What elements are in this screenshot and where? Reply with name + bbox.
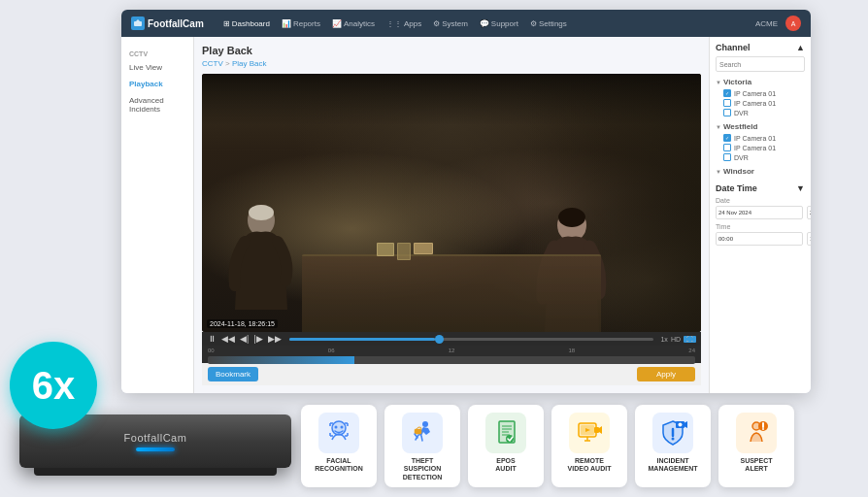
nav-system[interactable]: ⚙ System [433,19,468,28]
channel-item-dvr-v[interactable]: DVR [716,109,805,116]
suspect-alert-label: SUSPECT ALERT [740,457,772,474]
channel-item[interactable]: IP Camera 01 [716,99,805,107]
nav-apps[interactable]: ⋮⋮ Apps [386,19,421,28]
checkbox-w3[interactable] [723,153,731,161]
speed-label: 1x [660,336,667,343]
nav-analytics[interactable]: 📈 Analytics [332,19,375,28]
feature-card-theft-suspicion[interactable]: THEFT SUSPICION DETECTION [384,405,460,487]
svg-rect-33 [594,427,599,433]
sidebar-item-incidents[interactable]: Advanced Incidents [121,92,193,117]
channel-section-title: Channel ▲ [716,43,805,52]
incident-management-label: INCIDENT MANAGEMENT [649,457,698,474]
svg-point-43 [762,428,764,430]
logo-icon [131,17,145,30]
date-row [716,206,805,219]
timeline-mid3: 18 [568,348,575,353]
progress-dot [435,335,444,344]
reports-icon: 📊 [282,19,291,28]
feature-card-epos-audit[interactable]: EPOS AUDIT [468,405,544,487]
checkbox-v2[interactable] [723,99,731,107]
victoria-group-title[interactable]: Victoria [716,78,805,86]
page-title: Play Back [202,45,701,56]
channel-group-windsor: Windsor [716,167,805,176]
sidebar-item-live-view[interactable]: Live View [121,59,193,76]
date-section: Date Time ▼ Date Time [716,183,805,246]
svg-point-5 [558,208,585,227]
sidebar: CCTV Live View Playback Advanced Inciden… [121,37,194,393]
nav-support[interactable]: 💬 Support [480,19,518,28]
timeline-mid1: 06 [328,348,335,353]
windsor-group-title[interactable]: Windsor [716,167,805,176]
feature-card-facial-recognition[interactable]: FACIAL RECOGNITION [301,405,377,487]
breadcrumb: CCTV > Play Back [202,59,701,68]
apps-icon: ⋮⋮ [386,19,402,28]
fullscreen-btn[interactable]: ⛶ [684,336,696,343]
theft-icon [408,418,437,447]
time-to[interactable] [807,232,811,246]
timeline-end: 24 [688,348,695,353]
video-container: 2024-11-18, 18:26:15 [202,74,701,332]
timeline-bar[interactable]: 00 06 12 18 24 [202,346,701,363]
timeline-start: 00 [208,348,215,353]
svg-line-19 [421,436,422,441]
feature-card-incident-management[interactable]: INCIDENT MANAGEMENT [635,405,711,487]
svg-marker-34 [599,426,602,434]
channel-item[interactable]: ✓ IP Camera 01 [716,89,805,97]
sidebar-item-playback[interactable]: Playback [121,76,193,92]
date-from[interactable] [716,206,803,219]
checkbox-w1[interactable]: ✓ [723,134,731,142]
feature-card-suspect-alert[interactable]: SUSPECT ALERT [718,405,794,487]
progress-fill [289,338,435,341]
bookmark-btn[interactable]: Bookmark [208,367,258,381]
checkbox-w2[interactable] [723,144,731,151]
progress-bar[interactable] [289,338,654,341]
right-panel: Channel ▲ Victoria ✓ IP Camera 01 IP Cam… [709,37,811,393]
channel-item-dvr-w[interactable]: DVR [716,153,805,161]
video-icon [575,418,604,447]
time-row [716,232,805,246]
timeline-mid2: 12 [449,348,455,353]
time-from[interactable] [716,232,803,246]
channel-item[interactable]: ✓ IP Camera 01 [716,134,805,142]
alert-icon [742,418,771,447]
app-logo: FootfallCam [131,17,204,30]
datetime-section-title: Date Time ▼ [716,183,805,193]
step-fwd-btn[interactable]: |▶ [252,334,263,344]
feature-card-remote-video-audit[interactable]: REMOTE VIDEO AUDIT [551,405,627,487]
datetime-collapse-icon[interactable]: ▼ [796,183,805,193]
channel-group-victoria: Victoria ✓ IP Camera 01 IP Camera 01 DVR [716,78,805,116]
apply-btn[interactable]: Apply [637,367,695,381]
nav-reports[interactable]: 📊 Reports [282,19,320,28]
avatar: A [785,16,801,31]
epos-icon-bg [485,413,526,453]
channel-search[interactable] [716,56,805,72]
theft-icon-bg [402,413,443,453]
incident-icon-bg [652,413,693,453]
checkbox-v3[interactable] [723,109,731,116]
fast-fwd-btn[interactable]: ▶▶ [267,334,283,344]
person-1-figure [227,203,295,319]
app-body: CCTV Live View Playback Advanced Inciden… [121,37,811,393]
badge-6x: 6x [10,342,97,429]
nav-settings[interactable]: ⚙ Settings [530,19,567,28]
theft-suspicion-label: THEFT SUSPICION DETECTION [403,457,442,481]
play-pause-btn[interactable]: ⏸ [207,334,217,344]
westfield-group-title[interactable]: Westfield [716,122,805,131]
checkbox-v1[interactable]: ✓ [723,89,731,97]
nav-dashboard[interactable]: ⊞ Dashboard [223,19,270,28]
rewind-btn[interactable]: ◀◀ [220,334,236,344]
panel-collapse-icon[interactable]: ▲ [796,43,805,52]
analytics-icon: 📈 [332,19,342,28]
dashboard-icon: ⊞ [223,19,230,28]
hardware-label: FootfallCam [124,432,187,444]
facial-recognition-label: FACIAL RECOGNITION [315,457,362,474]
svg-point-36 [672,437,675,440]
channel-item[interactable]: IP Camera 01 [716,144,805,151]
settings-icon: ⚙ [530,19,537,28]
svg-point-8 [341,425,344,428]
svg-rect-0 [134,21,142,26]
hardware-inner: FootfallCam [124,432,187,451]
step-back-btn[interactable]: ◀| [239,334,250,344]
date-to[interactable] [807,206,811,219]
svg-rect-20 [415,429,421,434]
